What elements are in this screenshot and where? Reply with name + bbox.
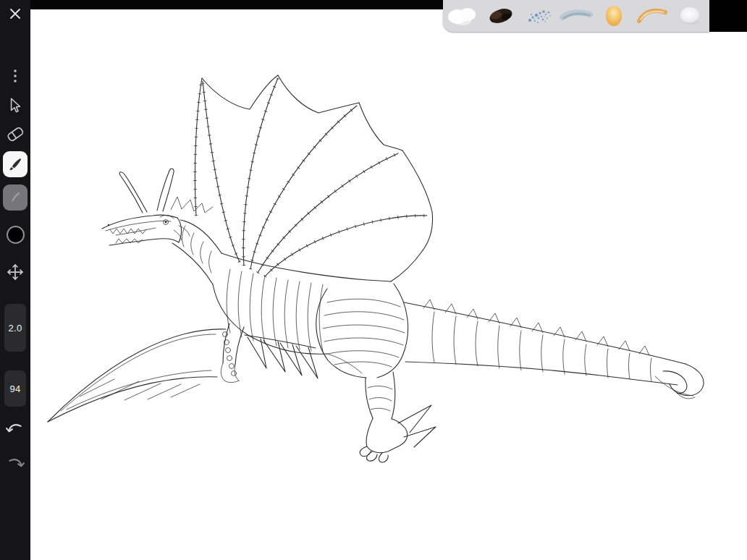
close-button[interactable]: [0, 4, 30, 23]
brush-swatch-soft-glow-yellow[interactable]: [596, 2, 632, 30]
brush-swatch-curved-stroke-tan[interactable]: [634, 2, 670, 30]
transform-crosshair-icon: [5, 262, 25, 282]
soft-glow-yellow-brush-icon: [596, 3, 631, 29]
brush-swatch-spray-speckle-blue[interactable]: [520, 2, 557, 30]
brush-swatch-charcoal-smudge[interactable]: [483, 2, 519, 30]
brush-tool-button-selected[interactable]: [0, 150, 30, 178]
blend-tool-button[interactable]: [0, 184, 30, 211]
charcoal-smudge-brush-icon: [484, 3, 518, 29]
dry-streak-blue-gray-brush-icon: [559, 3, 594, 29]
select-tool-button[interactable]: [0, 96, 30, 116]
brush-swatch-soft-round-gray[interactable]: [672, 2, 708, 30]
eraser-icon: [5, 124, 25, 144]
toolbar-sidebar: 2.0 94: [0, 0, 30, 560]
cursor-icon: [6, 96, 25, 115]
blend-tool-face: [3, 184, 28, 211]
undo-icon: [5, 419, 25, 439]
paintbrush-icon: [7, 156, 24, 173]
brush-swatch-soft-round-white[interactable]: [444, 2, 481, 30]
selected-tool-highlight: [3, 151, 28, 177]
eraser-tool-button[interactable]: [0, 123, 30, 145]
redo-button[interactable]: [0, 453, 30, 475]
soft-round-white-brush-icon: [445, 3, 480, 29]
panel-black-tab[interactable]: [709, 0, 747, 32]
more-vert-icon: [7, 67, 24, 85]
soft-round-gray-brush-icon: [672, 3, 707, 29]
dragon-sketch: [0, 0, 747, 560]
brush-palette-panel: [443, 0, 709, 32]
color-swatch-button[interactable]: [0, 223, 30, 246]
blend-brush-icon: [7, 189, 24, 206]
transform-tool-button[interactable]: [0, 260, 30, 284]
color-swatch-icon: [7, 226, 25, 244]
brush-size-value[interactable]: 2.0: [4, 304, 26, 352]
close-icon: [7, 5, 24, 22]
brush-swatch-dry-streak-blue-gray[interactable]: [558, 2, 594, 30]
opacity-value[interactable]: 94: [4, 370, 26, 407]
drawing-canvas[interactable]: [0, 0, 747, 560]
app-window: 2.0 94: [0, 0, 747, 560]
curved-stroke-tan-brush-icon: [635, 3, 670, 29]
redo-icon: [5, 454, 25, 474]
spray-speckle-blue-brush-icon: [521, 3, 556, 29]
undo-button[interactable]: [0, 418, 30, 440]
more-options-button[interactable]: [0, 67, 30, 85]
